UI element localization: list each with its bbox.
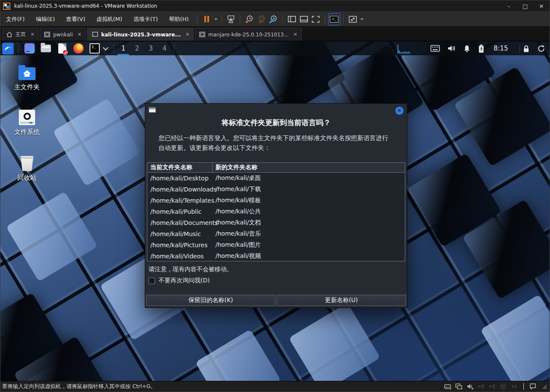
home-folder-icon xyxy=(18,67,36,80)
tab-close-icon[interactable]: ✕ xyxy=(78,32,81,37)
home-icon xyxy=(6,32,12,37)
new-folder-cell: /home/kali/视频 xyxy=(212,252,405,260)
checkbox-label: 不要再次询问我(D) xyxy=(158,277,210,284)
vmware-logo-icon[interactable] xyxy=(3,3,10,10)
dialog-close-button[interactable]: ✕ xyxy=(395,107,404,115)
hard-disk-status-icon[interactable] xyxy=(444,383,451,390)
sound-status-icon[interactable] xyxy=(466,383,474,390)
panel-clock[interactable]: 8:15 xyxy=(493,45,508,52)
dialog-body-text: 您已经以一种新语言登入。您可以将主文件夹下的某些标准文件夹名按照新语言进行自动更… xyxy=(158,133,394,153)
message-log-icon[interactable] xyxy=(529,383,537,390)
fit-guest-button[interactable] xyxy=(347,13,359,25)
display-status-icon[interactable] xyxy=(455,383,463,390)
launcher-file-manager[interactable] xyxy=(40,43,51,54)
fullscreen-button[interactable] xyxy=(310,13,322,25)
menu-tabs[interactable]: 选项卡(T) xyxy=(128,12,163,26)
console-view-button[interactable]: >_ xyxy=(328,13,340,25)
notification-bell-icon[interactable] xyxy=(463,45,471,53)
panel-separator xyxy=(114,44,114,53)
kali-panel: $_ 1 2 3 4 xyxy=(0,42,550,55)
launcher-firefox[interactable] xyxy=(73,43,84,54)
statusbar-message: 要将输入定向到该虚拟机，请将鼠标指针移入其中或按 Ctrl+G。 xyxy=(2,383,156,390)
cd-drive-icon[interactable] xyxy=(499,383,507,390)
tab-close-icon[interactable]: ✕ xyxy=(293,32,297,37)
take-snapshot-button[interactable] xyxy=(243,13,255,25)
tab-kali-linux[interactable]: kali-linux-2025.3-vmware... ✕ xyxy=(87,28,194,41)
kali-menu-button[interactable] xyxy=(2,43,14,54)
document-icon xyxy=(58,43,66,54)
menu-vm[interactable]: 虚拟机(M) xyxy=(91,12,128,26)
table-row: /home/kali/Public /home/kali/公共 xyxy=(147,206,405,217)
close-button[interactable]: ✕ xyxy=(533,0,550,12)
current-folder-cell: /home/kali/Templates xyxy=(147,197,212,204)
menu-edit[interactable]: 编辑(E) xyxy=(30,12,60,26)
toolbar-separator xyxy=(343,15,344,24)
fit-options-caret[interactable] xyxy=(359,13,365,25)
desktop-icon-label: 回收站 xyxy=(6,174,48,182)
volume-icon[interactable] xyxy=(447,45,456,52)
tab-manjaro[interactable]: manjaro-kde-25.0.10-251013... ✕ xyxy=(195,28,302,41)
table-row: /home/kali/Videos /home/kali/视频 xyxy=(147,251,405,262)
send-ctrl-alt-del-icon xyxy=(227,15,235,23)
table-row: /home/kali/Downloads /home/kali/下载 xyxy=(147,184,405,195)
vm-icon xyxy=(44,32,50,37)
dont-ask-again-checkbox[interactable] xyxy=(149,278,155,284)
toolbar-separator xyxy=(221,15,222,24)
cpu-graph-widget[interactable] xyxy=(397,43,411,54)
update-names-button[interactable]: 更新名称(U) xyxy=(277,295,406,306)
dialog-buttons: 保留旧的名称(K) 更新名称(U) xyxy=(146,295,406,306)
revert-snapshot-button[interactable] xyxy=(255,13,267,25)
battery-icon[interactable] xyxy=(478,44,484,53)
guest-screen[interactable]: $_ 1 2 3 4 xyxy=(0,42,550,381)
toolbar-separator xyxy=(325,15,325,24)
send-ctrl-alt-del-button[interactable] xyxy=(225,13,237,25)
toolbar-separator xyxy=(282,15,283,24)
show-thumbnail-bar-button[interactable] xyxy=(298,13,310,25)
window-title: kali-linux-2025.3-vmware-amd64 - VMware … xyxy=(14,3,157,9)
desktop-icon-trash[interactable]: 回收站 xyxy=(6,154,48,182)
workspace-2[interactable]: 2 xyxy=(130,42,144,55)
show-library-button[interactable] xyxy=(286,13,298,25)
current-folder-cell: /home/kali/Downloads xyxy=(147,186,212,193)
wireless-status-icon[interactable] xyxy=(511,383,518,390)
launcher-text-editor[interactable] xyxy=(57,43,68,54)
lock-screen-icon[interactable] xyxy=(523,45,530,53)
usb-device-2-icon[interactable] xyxy=(488,383,496,390)
new-folder-cell: /home/kali/音乐 xyxy=(212,230,405,238)
workspace-1[interactable]: 1 xyxy=(117,42,130,55)
power-options-caret[interactable] xyxy=(212,13,218,25)
menu-file[interactable]: 文件(F) xyxy=(0,12,30,26)
desktop-icon-home[interactable]: 主文件夹 xyxy=(6,63,48,91)
suspend-vm-button[interactable] xyxy=(200,13,212,25)
new-folder-cell: /home/kali/图片 xyxy=(212,241,405,249)
table-row: /home/kali/Pictures /home/kali/图片 xyxy=(147,239,405,251)
snapshot-manager-button[interactable] xyxy=(267,13,279,25)
minimize-button[interactable]: – xyxy=(501,0,517,12)
keep-old-names-button[interactable]: 保留旧的名称(K) xyxy=(146,295,275,306)
launcher-terminal[interactable]: $_ xyxy=(89,43,100,54)
usb-device-1-icon[interactable] xyxy=(477,383,485,390)
menu-help[interactable]: 帮助(H) xyxy=(164,12,194,26)
tab-label: kali-linux-2025.3-vmware... xyxy=(101,32,181,38)
desktop-icon-filesystem[interactable]: 文件系统 xyxy=(6,108,48,136)
keyboard-layout-icon[interactable] xyxy=(430,45,440,52)
workspace-4[interactable]: 4 xyxy=(158,42,171,55)
maximize-button[interactable]: □ xyxy=(517,0,533,12)
current-folder-cell: /home/kali/Desktop xyxy=(147,175,212,182)
logout-power-icon[interactable] xyxy=(537,45,545,53)
chevron-down-icon[interactable] xyxy=(103,45,108,51)
workspace-3[interactable]: 3 xyxy=(144,42,158,55)
connected-dot xyxy=(449,387,451,390)
folder-icon xyxy=(41,45,51,52)
launcher-appearance[interactable] xyxy=(24,43,35,54)
tab-pwnkali[interactable]: pwnkali ✕ xyxy=(40,28,86,41)
tab-home[interactable]: 主页 ✕ xyxy=(2,28,39,41)
tab-close-icon[interactable]: ✕ xyxy=(30,32,34,37)
menu-view[interactable]: 查看(V) xyxy=(60,12,91,26)
tab-close-icon[interactable]: ✕ xyxy=(185,32,189,37)
tab-label: manjaro-kde-25.0.10-251013... xyxy=(208,32,289,38)
resize-grip[interactable] xyxy=(540,383,548,390)
new-folder-cell: /home/kali/文档 xyxy=(212,219,405,227)
new-folder-cell: /home/kali/下载 xyxy=(212,186,405,193)
desktop-icon-label: 文件系统 xyxy=(6,128,48,136)
